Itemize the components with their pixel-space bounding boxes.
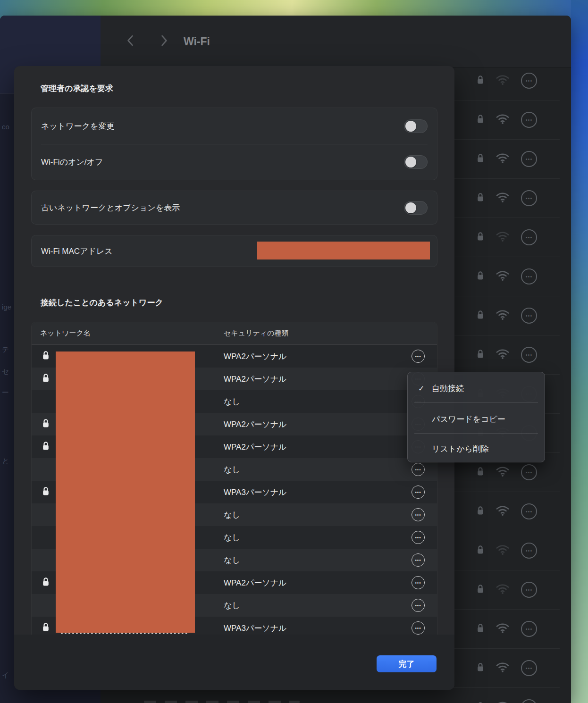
mac-address-group: Wi-Fi MACアドレス [31, 235, 437, 267]
admin-approval-section-title: 管理者の承認を要求 [41, 83, 113, 94]
wifi-signal-icon [496, 583, 510, 596]
wifi-signal-icon [496, 74, 510, 87]
lock-icon [477, 702, 484, 703]
wifi-signal-icon [496, 661, 510, 675]
lock-icon [477, 349, 484, 360]
lock-icon [477, 310, 484, 321]
row-more-options-button[interactable]: ••• [412, 576, 425, 589]
lock-icon [477, 271, 484, 282]
lock-icon [477, 75, 484, 86]
more-options-button[interactable]: ••• [521, 190, 537, 206]
lock-icon [477, 114, 484, 126]
more-options-button[interactable]: ••• [521, 73, 537, 89]
screen: coigeテセーとイ Wi-Fi ••• ••• [0, 0, 588, 703]
table-header: ネットワーク名 セキュリティの種類 [32, 322, 437, 345]
sidebar-text-fragment: co [2, 123, 9, 131]
admin-toggle-row: Wi-Fiのオン/オフ [32, 144, 437, 180]
more-options-button[interactable]: ••• [521, 229, 537, 245]
more-options-button[interactable]: ••• [521, 464, 537, 480]
wifi-signal-icon [496, 230, 510, 244]
more-options-button[interactable]: ••• [521, 347, 537, 363]
menu-item-label: リストから削除 [432, 444, 489, 454]
row-more-options-button[interactable]: ••• [412, 621, 425, 635]
sidebar-text-fragment: テ [2, 345, 9, 354]
toggle-label: ネットワークを変更 [41, 121, 114, 132]
titlebar: Wi-Fi [101, 16, 571, 68]
known-networks-section-title: 接続したことのあるネットワーク [41, 297, 163, 308]
more-options-button[interactable]: ••• [521, 112, 537, 128]
sidebar-text-fragment: イ [2, 671, 9, 680]
dialog-footer: 完了 [14, 635, 454, 690]
security-type-cell: WPA2パーソナル [224, 442, 287, 452]
lock-icon [477, 192, 484, 204]
row-more-options-button[interactable]: ••• [412, 508, 425, 521]
more-options-button[interactable]: ••• [521, 699, 537, 703]
sidebar-text-fragment: セ [2, 367, 9, 376]
more-options-button[interactable]: ••• [521, 621, 537, 637]
lock-icon [42, 622, 50, 634]
lock-icon [477, 506, 484, 517]
chevron-left-icon [127, 41, 134, 48]
security-type-cell: WPA2パーソナル [224, 577, 287, 588]
toggle-switch[interactable] [404, 155, 428, 169]
row-more-options-button[interactable]: ••• [412, 463, 425, 476]
toggle-switch[interactable] [404, 119, 428, 133]
mac-address-label: Wi-Fi MACアドレス [41, 246, 113, 257]
wifi-signal-icon [496, 348, 510, 361]
context-menu: ✓ 自動接続 パスワードをコピー リストから削除 [407, 372, 545, 462]
toggle-knob [405, 157, 416, 167]
wifi-advanced-dialog: 管理者の承認を要求 ネットワークを変更 Wi-Fiのオン/オフ 古いネットワーク… [14, 66, 454, 690]
wifi-signal-icon [496, 465, 510, 479]
checkmark-icon: ✓ [418, 384, 432, 393]
row-more-options-button[interactable]: ••• [412, 553, 425, 567]
context-menu-item[interactable]: ✓ 自動接続 [414, 378, 538, 399]
clipped-list-text [144, 701, 300, 703]
toggle-knob [405, 121, 416, 132]
wifi-signal-icon [496, 191, 510, 205]
menu-item-label: 自動接続 [432, 383, 464, 394]
sidebar-text-fragment: と [2, 457, 9, 466]
legacy-networks-toggle[interactable] [404, 201, 428, 215]
lock-icon [42, 486, 50, 498]
security-type-cell: なし [224, 464, 240, 475]
row-more-options-button[interactable]: ••• [412, 531, 425, 544]
menu-item-label: パスワードをコピー [432, 414, 505, 425]
wifi-signal-icon [496, 152, 510, 166]
known-networks-table: ネットワーク名 セキュリティの種類 WPA2パーソナル ••• WPA2パーソナ… [31, 322, 437, 635]
security-type-cell: なし [224, 555, 240, 566]
wifi-signal-icon [496, 622, 510, 636]
more-options-button[interactable]: ••• [521, 151, 537, 167]
redacted-mac-address [257, 242, 430, 259]
row-more-options-button[interactable]: ••• [412, 350, 425, 363]
lock-icon [42, 418, 50, 430]
done-button[interactable]: 完了 [377, 655, 437, 672]
wifi-signal-icon [496, 309, 510, 322]
more-options-button[interactable]: ••• [521, 268, 537, 285]
row-more-options-button[interactable]: ••• [412, 485, 425, 499]
admin-approval-group: ネットワークを変更 Wi-Fiのオン/オフ [31, 108, 437, 180]
legacy-networks-group: 古いネットワークとオプションを表示 [31, 191, 437, 225]
sidebar-text-fragment: ー [2, 388, 9, 397]
wifi-signal-icon [496, 113, 510, 126]
context-menu-item[interactable]: パスワードをコピー [414, 409, 538, 429]
security-type-cell: なし [224, 600, 240, 611]
lock-icon [477, 467, 484, 478]
lock-icon [42, 577, 50, 588]
context-menu-item[interactable]: リストから削除 [414, 438, 538, 459]
security-type-cell: WPA3パーソナル [224, 487, 287, 498]
more-options-button[interactable]: ••• [521, 308, 537, 324]
security-type-cell: WPA2パーソナル [224, 374, 287, 385]
forward-button[interactable] [157, 33, 171, 49]
more-options-button[interactable]: ••• [521, 660, 537, 676]
wifi-signal-icon [496, 700, 510, 703]
column-header-security-type: セキュリティの種類 [224, 329, 288, 338]
wifi-signal-icon [496, 504, 510, 518]
security-type-cell: WPA3パーソナル [224, 623, 287, 634]
legacy-networks-label: 古いネットワークとオプションを表示 [41, 202, 180, 213]
lock-icon [477, 153, 484, 165]
more-options-button[interactable]: ••• [521, 543, 537, 559]
more-options-button[interactable]: ••• [521, 582, 537, 598]
more-options-button[interactable]: ••• [521, 503, 537, 519]
row-more-options-button[interactable]: ••• [412, 599, 425, 612]
back-button[interactable] [123, 33, 137, 49]
